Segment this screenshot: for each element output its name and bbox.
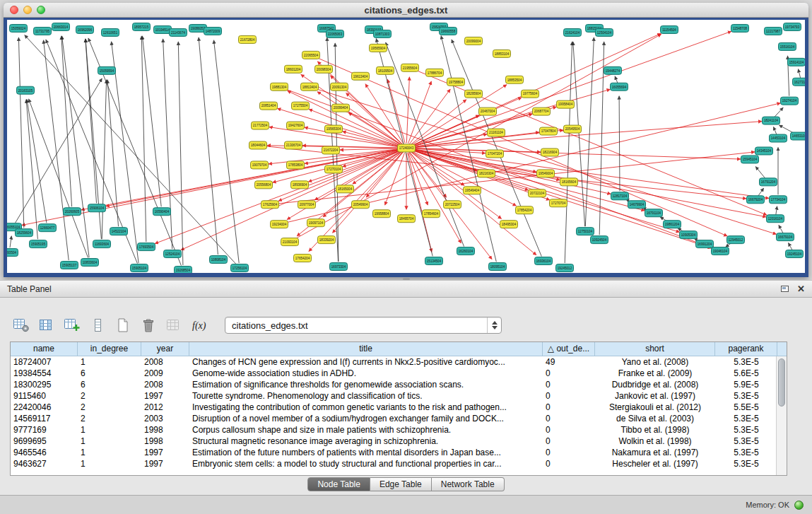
graph-node[interactable]: 20163105 — [17, 86, 35, 94]
graph-node[interactable]: 19565904 — [370, 44, 387, 52]
graph-node[interactable]: 11154504 — [661, 25, 678, 33]
tab-node-table[interactable]: Node Table — [307, 477, 370, 491]
graph-node[interactable]: 12945012 — [727, 236, 745, 244]
graph-node[interactable]: 12660477 — [39, 224, 57, 232]
graph-node[interactable]: 21093104 — [281, 238, 299, 246]
table-row[interactable]: 1872400712008Changes of HCN gene express… — [11, 356, 776, 368]
graph-node[interactable]: 10871303 — [374, 30, 392, 37]
graph-node[interactable]: 18165004 — [336, 185, 354, 193]
graph-node[interactable]: 19427604 — [287, 122, 305, 129]
graph-node[interactable]: 15914104 — [788, 58, 806, 66]
graph-node[interactable]: 18259604 — [16, 229, 33, 237]
graph-node[interactable]: 18853504 — [506, 76, 524, 83]
graph-node[interactable]: 20549504 — [564, 125, 582, 133]
graph-node[interactable]: 19274104 — [781, 97, 799, 105]
graph-node[interactable]: 19958804 — [373, 210, 391, 218]
graph-node[interactable]: 10924504 — [591, 236, 608, 244]
graph-node[interactable]: 17853804 — [287, 161, 305, 169]
graph-node[interactable]: 19613404 — [352, 72, 370, 80]
graph-node[interactable]: 20722104 — [529, 189, 546, 197]
column-header-out_de[interactable]: △ out_de... — [543, 342, 595, 356]
tab-edge-table[interactable]: Edge Table — [370, 477, 432, 491]
graph-node[interactable]: 16260104 — [457, 247, 475, 255]
column-header-in_degree[interactable]: in_degree — [78, 342, 141, 356]
row-options-button[interactable] — [88, 315, 109, 335]
graph-node[interactable]: 17270104 — [325, 165, 343, 173]
graph-node[interactable]: 19268504 — [175, 267, 192, 273]
graph-node[interactable]: 17734104 — [770, 196, 787, 204]
column-header-name[interactable]: name — [11, 342, 78, 356]
graph-node[interactable]: 20099004 — [465, 37, 483, 45]
graph-node[interactable]: 17693504 — [138, 243, 155, 251]
graph-node[interactable]: 17654204 — [294, 255, 312, 262]
graph-node[interactable]: 12610651 — [102, 28, 119, 36]
graph-node[interactable]: 12817104 — [611, 192, 629, 200]
graph-node[interactable]: 18241104 — [763, 117, 780, 124]
graph-node[interactable]: 19079704 — [251, 161, 269, 169]
column-header-title[interactable]: title — [189, 342, 543, 356]
column-header-short[interactable]: short — [595, 342, 715, 356]
graph-node[interactable]: 16679104 — [777, 233, 794, 241]
graph-node[interactable]: 16590404 — [153, 208, 171, 216]
graph-node[interactable]: 16273104 — [793, 78, 806, 86]
graph-node[interactable]: 19234004 — [271, 221, 288, 228]
network-canvas[interactable]: 1505902411731795206630141696209612610651… — [7, 20, 805, 273]
table-row[interactable]: 946362711997Embryonic stem cells: a mode… — [11, 458, 776, 469]
table-row[interactable]: 2242004622012Investigating the contribut… — [11, 402, 776, 413]
graph-node[interactable]: 16055694 — [611, 83, 628, 90]
graph-node[interactable]: 11548708 — [731, 24, 749, 32]
graph-node[interactable]: 16679204 — [747, 196, 765, 204]
graph-node[interactable]: 17886704 — [426, 69, 444, 76]
graph-node[interactable]: 12217987 — [765, 27, 782, 35]
graph-node[interactable]: 15059594 — [98, 66, 116, 74]
graph-node[interactable]: 15906104 — [88, 204, 106, 212]
float-panel-icon[interactable] — [781, 286, 789, 292]
graph-node[interactable]: 16973304 — [330, 263, 348, 271]
graph-node[interactable]: 20687704 — [533, 107, 551, 115]
graph-node[interactable]: 20549904 — [352, 201, 370, 209]
graph-node[interactable]: 10808104 — [210, 256, 228, 264]
graph-node[interactable]: 12750104 — [577, 228, 594, 235]
graph-node[interactable]: 19565304 — [325, 125, 343, 133]
graph-node[interactable]: 17047804 — [540, 127, 558, 135]
graph-node[interactable]: 14345104 — [755, 147, 773, 155]
graph-node[interactable]: 20851404 — [260, 102, 278, 110]
graph-node[interactable]: 18044604 — [249, 141, 267, 149]
graph-node[interactable]: 18936904 — [291, 181, 309, 189]
graph-node[interactable]: 18495304 — [500, 221, 518, 228]
add-column-button[interactable] — [62, 315, 83, 335]
graph-node[interactable]: 18216904 — [541, 148, 559, 156]
graph-node[interactable]: 18601204 — [285, 65, 302, 73]
graph-node[interactable]: 14679904 — [628, 201, 646, 209]
graph-node[interactable]: 19046104 — [712, 247, 729, 255]
graph-node[interactable]: 18813404 — [301, 83, 319, 90]
graph-node[interactable]: 21672804 — [239, 35, 257, 43]
graph-node[interactable]: 19881304 — [271, 83, 288, 90]
import-table-button[interactable] — [164, 315, 185, 335]
table-row[interactable]: 1456911722003Disruption of a novel membe… — [11, 413, 776, 424]
graph-node[interactable]: 19734793 — [784, 23, 801, 30]
graph-node[interactable]: 17256104 — [231, 264, 249, 272]
graph-node[interactable]: 21306704 — [285, 141, 302, 149]
graph-node[interactable]: 19245012 — [556, 264, 574, 272]
graph-node[interactable]: 20663014 — [52, 23, 70, 30]
graph-node[interactable]: 15905195 — [30, 240, 47, 248]
graph-node[interactable]: 18495704 — [398, 215, 416, 223]
table-selector-combobox[interactable]: citations_edges.txt — [225, 317, 502, 334]
zoom-window-button[interactable] — [37, 6, 45, 14]
graph-node[interactable]: 21672204 — [322, 146, 340, 154]
graph-node[interactable]: 16791204 — [760, 178, 777, 186]
graph-node[interactable]: 17275504 — [292, 102, 310, 110]
graph-node[interactable]: 19549004 — [537, 170, 555, 177]
graph-node[interactable]: 19097104 — [307, 219, 325, 227]
table-mode-button[interactable] — [11, 315, 33, 335]
graph-node[interactable]: 14522104 — [110, 228, 128, 235]
graph-node[interactable]: 20260605 — [64, 208, 81, 216]
graph-node[interactable]: 16962096 — [76, 25, 94, 33]
graph-node[interactable]: 14453104 — [770, 134, 787, 142]
graph-node[interactable]: 15945104 — [741, 156, 759, 163]
graph-node[interactable]: 16791104 — [645, 209, 663, 217]
column-header-pagerank[interactable]: pagerank — [715, 342, 777, 356]
graph-node[interactable]: 12524104 — [164, 250, 182, 258]
graph-node[interactable]: 15516104 — [779, 42, 796, 50]
